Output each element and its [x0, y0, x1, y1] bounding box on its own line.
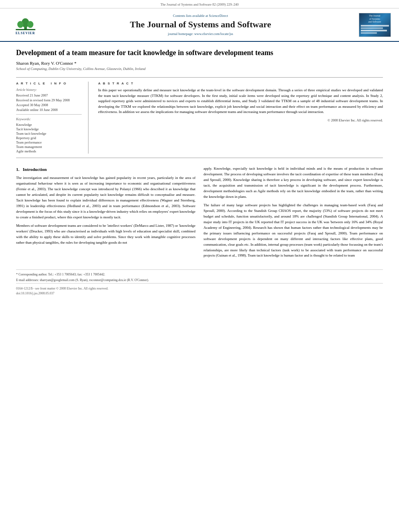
abstract-label: A B S T R A C T — [98, 82, 383, 85]
body-para-1: The investigation and measurement of tac… — [16, 175, 195, 220]
svg-point-2 — [17, 21, 23, 28]
history-item-1: Received 21 June 2007 — [16, 93, 82, 97]
footer-copyright: 0164-1212/$ - see front matter © 2008 El… — [16, 287, 383, 290]
history-item-3: Accepted 30 May 2008 — [16, 103, 82, 107]
body-col-2: apply. Knowledge, especially tacit knowl… — [204, 166, 383, 261]
footnote-section: * Corresponding author. Tel.: +353 1 700… — [16, 269, 383, 282]
svg-rect-8 — [361, 32, 377, 34]
page-footer: 0164-1212/$ - see front matter © 2008 El… — [16, 283, 383, 298]
kw-divider — [16, 114, 82, 115]
keyword-2: Tacit knowledge — [16, 127, 82, 131]
journal-citation-text: The Journal of Systems and Software 82 (… — [160, 2, 239, 6]
article-info-col: A R T I C L E I N F O Article history: R… — [16, 82, 88, 154]
journal-center-block: Contents lists available at ScienceDirec… — [43, 14, 358, 35]
keyword-1: Knowledge — [16, 123, 82, 127]
keywords-label: Keywords: — [16, 117, 82, 121]
main-content: Development of a team measure for tacit … — [0, 42, 399, 269]
elsevier-logo: ELSEVIER — [7, 12, 43, 38]
svg-rect-6 — [361, 27, 383, 29]
journal-citation-bar: The Journal of Systems and Software 82 (… — [0, 0, 399, 8]
keyword-6: Team management — [16, 145, 82, 149]
body-para-3: apply. Knowledge, especially tacit knowl… — [204, 166, 383, 200]
abstract-text: In this paper we operationally define an… — [98, 88, 383, 115]
journal-header: ELSEVIER Contents lists available at Sci… — [0, 8, 399, 42]
footer-doi: doi:10.1016/j.jss.2008.05.037 — [16, 292, 383, 295]
body-section: 1. Introduction The investigation and me… — [16, 166, 383, 261]
corresponding-author-note: * Corresponding author. Tel.: +353 1 700… — [16, 272, 383, 277]
article-authors: Sharon Ryan, Rory V. O'Connor * — [16, 61, 383, 66]
history-item-4: Available online 10 June 2008 — [16, 108, 82, 112]
keyword-3: Team tacit knowledge — [16, 131, 82, 136]
elsevier-label: ELSEVIER — [16, 31, 35, 35]
article-history-label: Article history: — [16, 88, 82, 92]
svg-rect-4 — [16, 29, 35, 30]
email-note: E-mail addresses: sharryan@googlemail.co… — [16, 278, 383, 282]
journal-title: The Journal of Systems and Software — [43, 19, 358, 30]
jss-logo: The Journalof Systemsand Software — [358, 12, 392, 38]
history-item-2: Received in revised form 29 May 2008 — [16, 98, 82, 102]
body-col-1: 1. Introduction The investigation and me… — [16, 166, 195, 261]
elsevier-tree-icon — [14, 14, 37, 31]
journal-homepage[interactable]: journal homepage: www.elsevier.com/locat… — [43, 32, 358, 36]
article-affiliation: School of Computing, Dublin City Univers… — [16, 67, 383, 71]
body-para-4: The failure of many large software proje… — [204, 203, 383, 259]
keyword-4: Repertory grid — [16, 136, 82, 140]
section-1-title: Introduction — [23, 167, 47, 172]
article-info-section: A R T I C L E I N F O Article history: R… — [16, 77, 383, 158]
svg-rect-5 — [361, 25, 389, 27]
article-title: Development of a team measure for tacit … — [16, 48, 383, 58]
body-para-2: Members of software development teams ar… — [16, 223, 195, 246]
svg-rect-7 — [361, 30, 387, 31]
jss-logo-box: The Journalof Systemsand Software — [359, 13, 391, 37]
abstract-copyright: © 2008 Elsevier Inc. All rights reserved… — [98, 118, 383, 122]
abstract-col: A B S T R A C T In this paper we operati… — [98, 82, 383, 154]
sciencedirect-link[interactable]: Contents lists available at ScienceDirec… — [43, 14, 358, 18]
svg-point-3 — [27, 21, 33, 28]
keyword-7: Agile methods — [16, 149, 82, 153]
section-1-number: 1. — [16, 167, 19, 172]
section-1-heading: 1. Introduction — [16, 166, 195, 173]
keyword-5: Team performance — [16, 140, 82, 144]
jss-logo-bars-icon — [361, 25, 389, 35]
jss-logo-text: The Journalof Systemsand Software — [368, 14, 381, 24]
article-info-label: A R T I C L E I N F O — [16, 82, 82, 85]
